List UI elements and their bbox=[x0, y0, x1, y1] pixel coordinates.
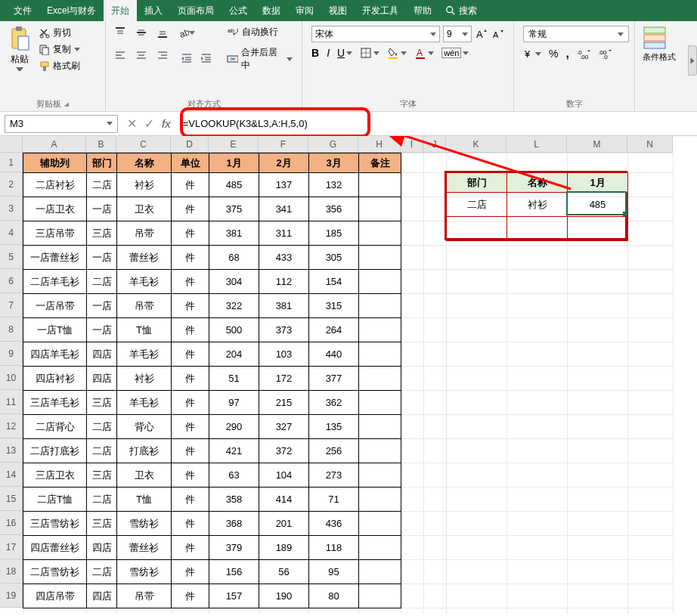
table-cell[interactable]: 一店蕾丝衫 bbox=[23, 246, 87, 270]
table-cell[interactable]: 290 bbox=[209, 415, 259, 439]
table-header[interactable]: 名称 bbox=[117, 153, 172, 173]
table-cell[interactable]: 377 bbox=[309, 367, 359, 391]
col-header-I[interactable]: I bbox=[401, 136, 423, 153]
table-cell[interactable] bbox=[359, 197, 401, 221]
table-cell[interactable] bbox=[359, 342, 401, 367]
lookup-cell[interactable] bbox=[507, 217, 568, 241]
table-cell[interactable]: 吊带 bbox=[117, 584, 172, 608]
table-cell[interactable]: 件 bbox=[172, 463, 209, 488]
bold-button[interactable]: B bbox=[311, 47, 319, 59]
underline-button[interactable]: U bbox=[337, 47, 352, 59]
table-cell[interactable]: T恤 bbox=[117, 488, 172, 512]
font-size-select[interactable]: 9 bbox=[443, 26, 472, 42]
table-cell[interactable]: 375 bbox=[209, 197, 259, 221]
paste-button[interactable]: 粘贴 bbox=[6, 24, 33, 73]
table-cell[interactable]: 172 bbox=[259, 367, 309, 391]
row-header-8[interactable]: 8 bbox=[0, 317, 23, 342]
menu-view[interactable]: 视图 bbox=[321, 0, 355, 21]
menu-file[interactable]: 文件 bbox=[6, 0, 39, 21]
table-row[interactable]: 四店蕾丝衫四店蕾丝衫件379189118 bbox=[23, 536, 401, 560]
col-header-G[interactable]: G bbox=[308, 136, 358, 153]
table-cell[interactable]: 蕾丝衫 bbox=[117, 246, 172, 270]
lookup-cell[interactable]: 衬衫 bbox=[507, 193, 568, 217]
decrease-decimal-button[interactable]: .00.0 bbox=[598, 48, 612, 59]
table-cell[interactable]: 三店雪纺衫 bbox=[23, 512, 87, 536]
table-cell[interactable]: 104 bbox=[259, 463, 309, 488]
copy-button[interactable]: 复制 bbox=[36, 42, 83, 57]
table-cell[interactable]: 件 bbox=[172, 584, 209, 608]
table-cell[interactable] bbox=[359, 536, 401, 560]
table-cell[interactable]: 315 bbox=[309, 294, 359, 318]
row-header-13[interactable]: 13 bbox=[0, 438, 23, 463]
select-all-corner[interactable] bbox=[0, 136, 23, 153]
ribbon-expand-handle[interactable] bbox=[688, 45, 697, 76]
table-cell[interactable] bbox=[359, 318, 401, 342]
table-cell[interactable]: 368 bbox=[209, 512, 259, 536]
lookup-row[interactable]: 二店衬衫485 bbox=[447, 193, 628, 217]
table-cell[interactable]: 件 bbox=[172, 197, 209, 221]
table-cell[interactable]: 373 bbox=[259, 318, 309, 342]
table-cell[interactable]: 二店打底衫 bbox=[23, 439, 87, 463]
menu-help[interactable]: 帮助 bbox=[406, 0, 439, 21]
table-cell[interactable]: 381 bbox=[209, 221, 259, 246]
lookup-header[interactable]: 名称 bbox=[507, 173, 568, 193]
table-row[interactable]: 一店蕾丝衫一店蕾丝衫件68433305 bbox=[23, 246, 401, 270]
row-header-14[interactable]: 14 bbox=[0, 463, 23, 487]
col-header-M[interactable]: M bbox=[567, 136, 627, 153]
table-cell[interactable]: 卫衣 bbox=[117, 197, 172, 221]
table-cell[interactable]: 三店卫衣 bbox=[23, 463, 87, 488]
name-box[interactable]: M3 bbox=[5, 115, 118, 133]
table-cell[interactable]: 吊带 bbox=[117, 221, 172, 246]
table-cell[interactable]: 蕾丝衫 bbox=[117, 536, 172, 560]
table-cell[interactable]: 一店 bbox=[87, 197, 117, 221]
row-header-19[interactable]: 19 bbox=[0, 583, 23, 608]
table-cell[interactable]: 414 bbox=[259, 488, 309, 512]
table-cell[interactable]: 件 bbox=[172, 439, 209, 463]
table-cell[interactable]: 215 bbox=[259, 391, 309, 415]
table-cell[interactable]: 190 bbox=[259, 584, 309, 608]
menu-page-layout[interactable]: 页面布局 bbox=[170, 0, 221, 21]
table-cell[interactable]: 二店 bbox=[87, 270, 117, 294]
percent-button[interactable]: % bbox=[549, 48, 558, 60]
row-header-6[interactable]: 6 bbox=[0, 269, 23, 293]
table-cell[interactable]: 四店羊毛衫 bbox=[23, 342, 87, 367]
table-cell[interactable]: 一店吊带 bbox=[23, 294, 87, 318]
font-name-select[interactable]: 宋体 bbox=[311, 26, 440, 42]
menu-search[interactable]: 搜索 bbox=[439, 5, 477, 17]
menu-review[interactable]: 审阅 bbox=[288, 0, 321, 21]
table-row[interactable]: 二店打底衫二店打底衫件421372256 bbox=[23, 439, 401, 463]
row-header-17[interactable]: 17 bbox=[0, 535, 23, 559]
table-cell[interactable]: 273 bbox=[309, 463, 359, 488]
table-cell[interactable] bbox=[359, 415, 401, 439]
table-cell[interactable]: T恤 bbox=[117, 318, 172, 342]
align-top-button[interactable] bbox=[112, 24, 129, 41]
row-header-18[interactable]: 18 bbox=[0, 559, 23, 583]
table-cell[interactable]: 四店衬衫 bbox=[23, 367, 87, 391]
table-cell[interactable]: 305 bbox=[309, 246, 359, 270]
table-cell[interactable]: 背心 bbox=[117, 415, 172, 439]
table-cell[interactable]: 154 bbox=[309, 270, 359, 294]
row-header-9[interactable]: 9 bbox=[0, 342, 23, 366]
table-cell[interactable]: 一店T恤 bbox=[23, 318, 87, 342]
lookup-header[interactable]: 1月 bbox=[568, 173, 628, 193]
table-header[interactable]: 部门 bbox=[87, 153, 117, 173]
table-cell[interactable]: 件 bbox=[172, 318, 209, 342]
table-cell[interactable]: 二店T恤 bbox=[23, 488, 87, 512]
table-cell[interactable] bbox=[359, 246, 401, 270]
table-cell[interactable]: 件 bbox=[172, 512, 209, 536]
cut-button[interactable]: 剪切 bbox=[36, 26, 83, 40]
table-cell[interactable]: 362 bbox=[309, 391, 359, 415]
table-cell[interactable]: 68 bbox=[209, 246, 259, 270]
table-cell[interactable]: 358 bbox=[209, 488, 259, 512]
table-cell[interactable]: 羊毛衫 bbox=[117, 391, 172, 415]
table-cell[interactable]: 356 bbox=[309, 197, 359, 221]
table-cell[interactable]: 二店衬衫 bbox=[23, 173, 87, 197]
table-cell[interactable]: 四店吊带 bbox=[23, 584, 87, 608]
table-cell[interactable]: 485 bbox=[209, 173, 259, 197]
table-row[interactable]: 四店衬衫四店衬衫件51172377 bbox=[23, 367, 401, 391]
table-cell[interactable]: 112 bbox=[259, 270, 309, 294]
table-row[interactable]: 四店羊毛衫四店羊毛衫件204103440 bbox=[23, 342, 401, 367]
table-cell[interactable]: 56 bbox=[259, 560, 309, 584]
table-row[interactable]: 四店吊带四店吊带件15719080 bbox=[23, 584, 401, 608]
formula-input[interactable]: =VLOOKUP(K3&L3,A:H,5,0) bbox=[180, 115, 697, 133]
